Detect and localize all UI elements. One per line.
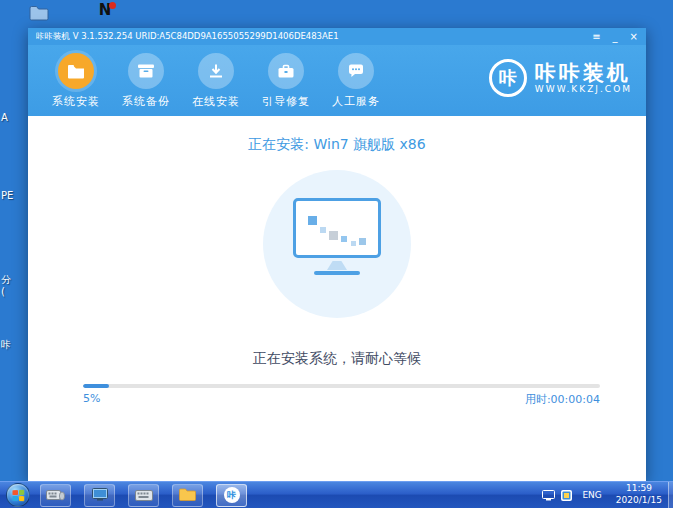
elapsed-time: 用时:00:00:04 <box>525 392 600 407</box>
desktop-label-fragment: 分 <box>1 273 11 287</box>
progress-bar <box>83 384 600 388</box>
system-tray: ENG 11:59 2020/1/15 <box>542 482 673 508</box>
menu-button[interactable]: ≡ <box>592 28 600 45</box>
clock-time: 11:59 <box>616 483 662 495</box>
install-panel: 正在安装: Win7 旗舰版 x86 正在安装系统，请耐心等候 5% 用时:00… <box>28 116 646 481</box>
tray-network-icon[interactable] <box>542 490 555 501</box>
brand-site: WWW.KKZJ.COM <box>535 84 632 94</box>
nav-item-system-backup[interactable]: 系统备份 <box>114 53 178 109</box>
nav-item-online-install[interactable]: 在线安装 <box>184 53 248 109</box>
desktop-label-fragment: PE <box>1 190 13 201</box>
desktop-folder-shortcut[interactable] <box>29 5 49 25</box>
folder-icon <box>179 486 196 505</box>
nav-item-boot-repair[interactable]: 引导修复 <box>254 53 318 109</box>
kaka-app-icon: 咔 <box>224 487 240 503</box>
tray-ime-icon[interactable] <box>561 490 572 501</box>
titlebar: 咔咔装机 V 3.1.532.254 URID:A5C84DD9A1655055… <box>28 28 646 45</box>
nav-item-label: 系统备份 <box>114 94 178 109</box>
taskbar-display-button[interactable] <box>84 484 115 507</box>
taskbar-kaka-app-button[interactable]: 咔 <box>216 484 247 507</box>
nav-item-label: 在线安装 <box>184 94 248 109</box>
taskbar-input-devices-button[interactable] <box>40 484 71 507</box>
nav-item-live-support[interactable]: 人工服务 <box>324 53 388 109</box>
desktop-n-shortcut[interactable]: N <box>96 1 114 19</box>
language-indicator[interactable]: ENG <box>582 490 601 500</box>
backup-box-icon <box>128 53 164 89</box>
install-illustration <box>263 170 411 318</box>
progress-percent: 5% <box>83 392 100 407</box>
close-button[interactable]: × <box>630 28 638 45</box>
desktop-label-fragment: ( <box>1 286 5 297</box>
nav-item-label: 引导修复 <box>254 94 318 109</box>
toolbox-icon <box>268 53 304 89</box>
desktop-label-fragment: 咔 <box>1 338 11 352</box>
brand-logo: 咔 咔咔装机 WWW.KKZJ.COM <box>489 53 632 97</box>
taskbar: 咔 ENG 11:59 2020/1/15 <box>0 481 673 508</box>
status-text: 正在安装系统，请耐心等候 <box>28 350 646 368</box>
nav-item-label: 系统安装 <box>44 94 108 109</box>
progress-fill <box>83 384 109 388</box>
monitor-icon <box>92 486 108 505</box>
installing-title: 正在安装: Win7 旗舰版 x86 <box>28 116 646 154</box>
show-desktop-button[interactable] <box>668 482 673 508</box>
windows-flag-icon <box>12 489 24 501</box>
keyboard-icon <box>135 486 153 505</box>
clock-date: 2020/1/15 <box>616 495 662 507</box>
folder-icon <box>29 6 49 25</box>
navbar: 系统安装 系统备份 在线安装 引导修复 人工服务 咔 <box>28 45 646 116</box>
start-button[interactable] <box>6 483 30 507</box>
brand-name: 咔咔装机 <box>535 62 632 84</box>
nav-item-label: 人工服务 <box>324 94 388 109</box>
keyboard-mouse-icon <box>46 486 65 505</box>
nav-item-system-install[interactable]: 系统安装 <box>44 53 108 109</box>
desktop-label-fragment: A <box>1 112 8 123</box>
taskbar-explorer-button[interactable] <box>172 484 203 507</box>
monitor-illustration-icon <box>293 198 381 258</box>
monitor-base <box>314 271 360 275</box>
download-icon <box>198 53 234 89</box>
taskbar-keyboard-button[interactable] <box>128 484 159 507</box>
chat-icon <box>338 53 374 89</box>
clock[interactable]: 11:59 2020/1/15 <box>616 483 662 506</box>
window-title: 咔咔装机 V 3.1.532.254 URID:A5C84DD9A1655055… <box>36 31 339 43</box>
logo-badge-icon: 咔 <box>489 59 527 97</box>
kaka-installer-window: 咔咔装机 V 3.1.532.254 URID:A5C84DD9A1655055… <box>28 28 646 481</box>
red-badge-icon <box>109 2 116 9</box>
folder-install-icon <box>58 53 94 89</box>
minimize-button[interactable]: _ <box>613 28 618 45</box>
monitor-stand <box>327 261 347 270</box>
